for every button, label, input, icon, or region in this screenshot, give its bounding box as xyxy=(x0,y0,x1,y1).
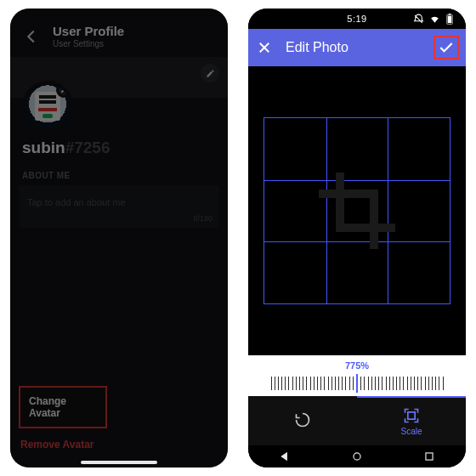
edit-banner-button[interactable] xyxy=(201,64,219,82)
nav-home-icon[interactable] xyxy=(351,450,363,462)
about-me-counter: 0/190 xyxy=(193,214,212,223)
crop-grid[interactable] xyxy=(264,117,450,304)
svg-rect-3 xyxy=(408,412,415,419)
nav-back-icon[interactable] xyxy=(279,450,291,462)
svg-rect-5 xyxy=(426,453,433,460)
scale-button[interactable]: Scale xyxy=(357,396,466,445)
svg-rect-2 xyxy=(449,14,451,14)
confirm-button[interactable] xyxy=(434,36,459,60)
home-indicator xyxy=(81,461,157,464)
page-subtitle: User Settings xyxy=(53,39,124,48)
wifi-icon xyxy=(429,14,440,25)
status-time: 5:19 xyxy=(325,14,389,24)
scale-strip: 775% xyxy=(248,355,466,396)
about-me-input[interactable]: Tap to add an about me 0/190 xyxy=(19,185,219,228)
about-me-label: ABOUT ME xyxy=(10,159,228,185)
about-me-placeholder: Tap to add an about me xyxy=(27,197,126,207)
scale-slider[interactable] xyxy=(255,372,459,394)
dnd-icon xyxy=(413,14,424,25)
avatar[interactable] xyxy=(22,81,73,132)
page-title: User Profile xyxy=(53,24,124,38)
edit-photo-screen: 5:19 Edit Photo 775% xyxy=(248,8,466,468)
crop-canvas[interactable] xyxy=(248,66,466,355)
svg-rect-1 xyxy=(448,15,452,22)
edit-photo-header: Edit Photo xyxy=(248,29,466,66)
battery-icon xyxy=(445,14,454,25)
back-arrow-icon[interactable] xyxy=(22,27,41,46)
profile-header: User Profile User Settings xyxy=(10,8,228,57)
scale-percent: 775% xyxy=(255,360,459,371)
username: subin xyxy=(22,139,65,156)
close-icon[interactable] xyxy=(257,40,272,55)
edit-avatar-icon[interactable] xyxy=(56,82,71,98)
remove-avatar-button[interactable]: Remove Avatar xyxy=(20,437,94,452)
edit-photo-title: Edit Photo xyxy=(286,40,348,55)
crop-placeholder-icon xyxy=(264,118,450,303)
rotate-button[interactable] xyxy=(248,396,357,445)
discriminator: #7256 xyxy=(65,139,110,156)
change-avatar-button[interactable]: Change Avatar xyxy=(20,388,105,427)
nav-recent-icon[interactable] xyxy=(423,450,435,462)
username-row: subin#7256 xyxy=(10,132,228,159)
svg-point-4 xyxy=(354,453,360,460)
status-bar: 5:19 xyxy=(248,8,466,29)
discord-profile-screen: User Profile User Settings subin#7256 xyxy=(10,8,228,468)
android-nav-bar xyxy=(248,445,466,468)
edit-toolbar: Scale xyxy=(248,396,466,445)
scale-button-label: Scale xyxy=(400,427,422,436)
